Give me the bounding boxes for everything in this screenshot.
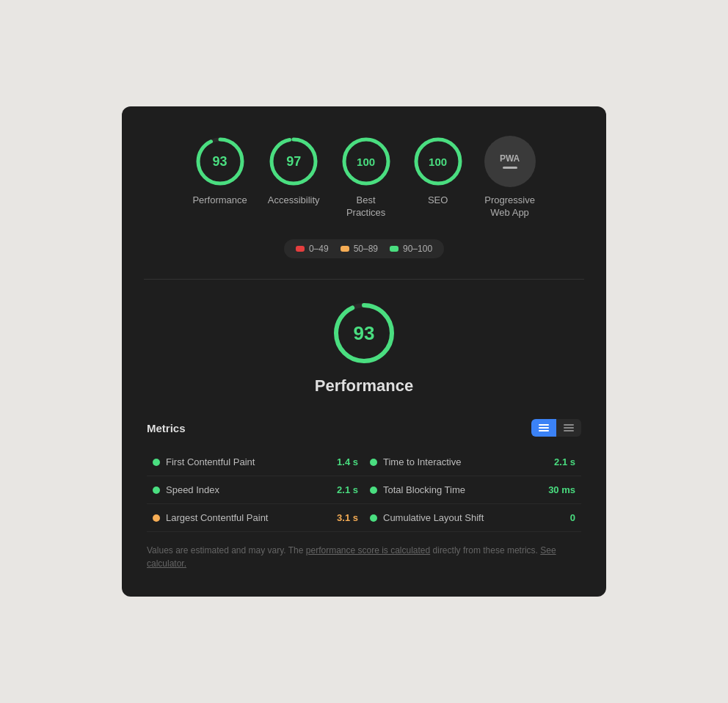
metric-dot-tti xyxy=(370,459,377,466)
metric-dot-cls xyxy=(370,514,377,522)
metric-name-fcp: First Contentful Paint xyxy=(166,456,331,467)
score-label-best-practices: BestPractices xyxy=(346,194,385,219)
score-item-performance[interactable]: 93 Performance xyxy=(192,136,247,219)
footer-note: Values are estimated and may vary. The p… xyxy=(147,544,581,570)
svg-rect-11 xyxy=(539,427,549,429)
metric-row-lcp: Largest Contentful Paint 3.1 s xyxy=(147,504,364,532)
metric-value-lcp: 3.1 s xyxy=(337,512,358,523)
metrics-header: Metrics xyxy=(147,419,581,437)
legend-inner: 0–49 50–89 90–100 xyxy=(284,239,444,258)
legend-item-average: 50–89 xyxy=(341,244,378,254)
legend-dot-red xyxy=(296,246,305,252)
metric-value-si: 2.1 s xyxy=(337,484,358,495)
score-label-pwa: ProgressiveWeb App xyxy=(484,194,535,219)
score-circle-pwa: PWA xyxy=(484,136,536,187)
metrics-title: Metrics xyxy=(147,422,186,434)
metric-name-cls: Cumulative Layout Shift xyxy=(383,512,564,523)
main-score-label: Performance xyxy=(315,376,414,396)
svg-rect-13 xyxy=(564,424,574,426)
metrics-grid: First Contentful Paint 1.4 s Time to Int… xyxy=(147,448,581,532)
metric-value-fcp: 1.4 s xyxy=(337,456,358,467)
legend-range-fail: 0–49 xyxy=(309,244,329,254)
metric-dot-lcp xyxy=(153,514,160,522)
legend-item-pass: 90–100 xyxy=(390,244,432,254)
performance-card: 93 Performance 97 Accessibility xyxy=(122,106,606,597)
metrics-section: Metrics xyxy=(144,419,584,570)
score-value-seo: 100 xyxy=(429,155,447,167)
score-circle-performance: 93 xyxy=(194,136,246,187)
score-label-accessibility: Accessibility xyxy=(268,194,320,207)
metric-dot-si xyxy=(153,487,160,494)
metric-row-fcp: First Contentful Paint 1.4 s xyxy=(147,448,364,476)
legend-dot-green xyxy=(390,246,398,252)
metric-dot-tbt xyxy=(370,487,377,494)
score-item-pwa[interactable]: PWA ProgressiveWeb App xyxy=(484,136,536,219)
main-score-circle: 93 xyxy=(331,300,397,366)
legend-range-pass: 90–100 xyxy=(403,244,432,254)
metric-dot-fcp xyxy=(153,459,160,466)
score-item-seo[interactable]: 100 SEO xyxy=(412,136,464,219)
legend-dot-orange xyxy=(341,246,349,252)
score-circle-accessibility: 97 xyxy=(268,136,319,187)
metric-name-si: Speed Index xyxy=(166,484,331,495)
view-toggle[interactable] xyxy=(531,419,581,437)
svg-rect-10 xyxy=(539,424,549,426)
score-circle-best-practices: 100 xyxy=(341,136,392,187)
score-item-accessibility[interactable]: 97 Accessibility xyxy=(268,136,320,219)
score-value-performance: 93 xyxy=(213,153,228,169)
metric-name-tti: Time to Interactive xyxy=(383,456,548,467)
performance-score-link[interactable]: performance score is calculated xyxy=(306,545,430,556)
view-detail-button[interactable] xyxy=(556,419,581,437)
main-score: 93 Performance xyxy=(144,300,584,396)
metric-row-tti: Time to Interactive 2.1 s xyxy=(364,448,581,476)
metric-row-si: Speed Index 2.1 s xyxy=(147,476,364,504)
scores-row: 93 Performance 97 Accessibility xyxy=(144,136,584,219)
score-value-best-practices: 100 xyxy=(357,155,375,167)
svg-rect-15 xyxy=(564,430,574,431)
metric-name-lcp: Largest Contentful Paint xyxy=(166,512,331,523)
metric-row-cls: Cumulative Layout Shift 0 xyxy=(364,504,581,532)
svg-rect-12 xyxy=(539,430,549,431)
score-label-performance: Performance xyxy=(192,194,247,207)
legend: 0–49 50–89 90–100 xyxy=(144,239,584,258)
score-item-best-practices[interactable]: 100 BestPractices xyxy=(341,136,392,219)
main-score-value: 93 xyxy=(354,322,375,345)
metric-row-tbt: Total Blocking Time 30 ms xyxy=(364,476,581,504)
pwa-dash-icon xyxy=(503,167,517,169)
metric-name-tbt: Total Blocking Time xyxy=(383,484,542,495)
view-list-button[interactable] xyxy=(531,419,556,437)
pwa-label: PWA xyxy=(500,153,520,164)
legend-item-fail: 0–49 xyxy=(296,244,329,254)
section-divider xyxy=(144,279,584,280)
metric-value-cls: 0 xyxy=(570,512,575,523)
score-circle-seo: 100 xyxy=(412,136,464,187)
metric-value-tbt: 30 ms xyxy=(548,484,575,495)
score-label-seo: SEO xyxy=(428,194,448,207)
legend-range-average: 50–89 xyxy=(354,244,378,254)
metric-value-tti: 2.1 s xyxy=(554,456,575,467)
svg-rect-14 xyxy=(564,427,574,429)
score-value-accessibility: 97 xyxy=(286,153,301,169)
